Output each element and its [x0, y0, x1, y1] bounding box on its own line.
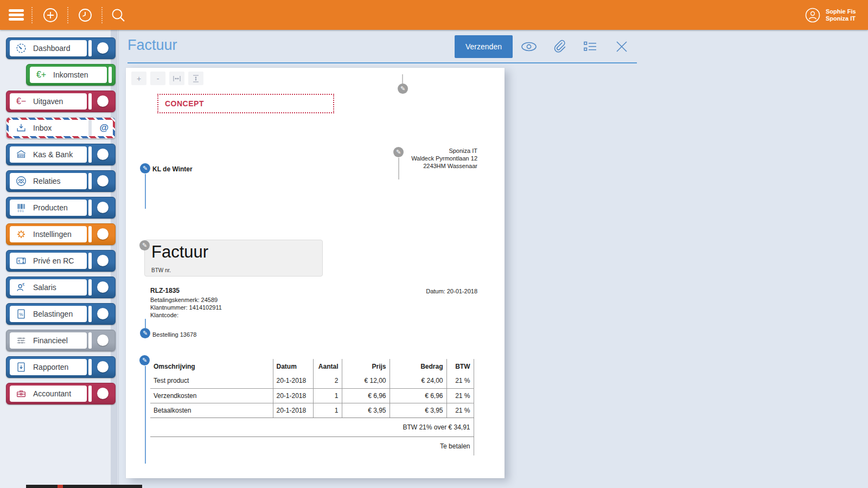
table-column-header: Prijs [342, 359, 390, 374]
sidebar-item-accountant[interactable]: Accountant [6, 383, 116, 404]
list-icon[interactable] [579, 36, 601, 57]
sidebar-item-label: Dashboard [33, 44, 71, 53]
sidebar-item-financieel[interactable]: Financieel [6, 330, 116, 351]
sidebar-item-label: Relaties [33, 177, 61, 185]
euro-minus-icon: €− [13, 97, 29, 106]
item-face: €−Uitgaven [10, 93, 87, 110]
toggle-knob[interactable] [97, 308, 108, 319]
toggle-knob[interactable] [97, 388, 108, 399]
table-cell: € 6,96 [390, 388, 446, 403]
table-row: Test product20-1-20182€ 12,00€ 24,0021 % [150, 374, 474, 388]
item-face: Rapporten [10, 359, 87, 375]
person-euro-icon: € [13, 281, 29, 293]
sidebar-item-rapporten[interactable]: Rapporten [6, 356, 116, 378]
sidebar-item-relaties[interactable]: Relaties [6, 170, 116, 192]
sidebar-item-label: Accountant [33, 389, 71, 398]
separator [67, 7, 68, 23]
barcode-icon: 0 0 1 [13, 202, 29, 214]
paperclip-icon[interactable] [548, 36, 570, 57]
table-column-header: Datum [273, 359, 313, 374]
toggle-knob[interactable] [97, 95, 108, 107]
toggle-knob[interactable] [97, 281, 108, 293]
sidebar-item-inbox[interactable]: Inbox@ [6, 117, 116, 139]
item-spine-bar [88, 306, 92, 322]
sidebar-item-dashboard[interactable]: Dashboard [6, 37, 116, 59]
fit-height-icon[interactable] [188, 72, 203, 85]
toggle-knob[interactable] [97, 202, 108, 213]
edit-pencil-icon[interactable]: ✎ [393, 147, 404, 157]
inbox-tray-icon [13, 122, 29, 134]
svg-text:BANK: BANK [18, 155, 24, 157]
document-download-icon [13, 361, 29, 373]
item-face: €Salaris [10, 279, 87, 296]
zoom-out-button[interactable]: - [150, 72, 165, 85]
fit-width-icon[interactable] [169, 72, 184, 85]
sidebar-item-salaris[interactable]: €Salaris [6, 277, 116, 298]
search-icon[interactable] [109, 0, 127, 30]
toggle-knob[interactable] [97, 335, 108, 346]
zoom-in-button[interactable]: + [131, 72, 146, 85]
table-column-header: Omschrijving [150, 359, 273, 374]
table-column-header: Bedrag [390, 359, 446, 374]
history-clock-icon[interactable] [76, 0, 94, 30]
item-spine-bar [88, 332, 92, 349]
send-button[interactable]: Verzenden [455, 35, 513, 58]
vat-total: BTW 21% over € 34,91 [150, 418, 474, 436]
invoice-date: Datum: 20-01-2018 [426, 288, 477, 294]
table-column-header: BTW [446, 359, 474, 374]
edit-pencil-icon[interactable]: ✎ [140, 328, 150, 338]
toggle-knob[interactable] [97, 255, 108, 266]
sidebar-item-instellingen[interactable]: Instellingen [6, 223, 116, 245]
edit-pencil-icon[interactable]: ✎ [139, 355, 150, 365]
to-pay-row: Te betalen [150, 436, 474, 455]
sidebar-item-label: Salaris [33, 283, 56, 292]
sidebar-item-label: Producten [33, 203, 68, 212]
item-face: %Belastingen [10, 306, 87, 322]
edit-pencil-icon[interactable]: ✎ [140, 163, 150, 174]
vat-total-row: BTW 21% over € 34,91 [150, 418, 474, 436]
hamburger-icon[interactable] [9, 0, 24, 30]
abacus-icon [13, 335, 29, 346]
payment-reference: Betalingskenmerk: 24589 [150, 296, 222, 304]
people-icon [13, 175, 29, 187]
item-spine-bar [88, 120, 92, 136]
item-spine-bar [88, 146, 92, 163]
table-cell: 21 % [446, 374, 474, 388]
page-title: Factuur [127, 37, 177, 54]
pin-line [145, 319, 146, 328]
table-cell: € 12,00 [342, 374, 390, 388]
toggle-knob[interactable] [97, 42, 108, 54]
item-spine-bar [88, 226, 92, 242]
toggle-knob[interactable] [97, 361, 108, 373]
table-cell: 20-1-2018 [273, 388, 313, 403]
edit-pencil-icon[interactable]: ✎ [139, 240, 150, 251]
close-icon[interactable] [611, 36, 633, 57]
item-face: Dashboard [10, 40, 87, 56]
sidebar-item-inkomsten[interactable]: €+Inkomsten [26, 64, 116, 86]
toggle-knob[interactable] [97, 149, 108, 160]
table-row: Verzendkosten20-1-20181€ 6,96€ 6,9621 % [150, 388, 474, 403]
item-face: €+Inkomsten [30, 67, 107, 83]
edit-pencil-icon[interactable]: ✎ [398, 84, 408, 94]
sidebar-item-uitgaven[interactable]: €−Uitgaven [6, 91, 116, 112]
pin-line [145, 174, 146, 209]
toggle-knob[interactable] [97, 175, 108, 187]
item-spine-bar [108, 67, 112, 83]
document-title-box: Factuur BTW nr. [144, 240, 323, 277]
item-face: Accountant [10, 386, 87, 402]
toggle-knob[interactable] [97, 228, 108, 240]
table-cell: 20-1-2018 [273, 403, 313, 418]
card-euro-icon: € [13, 255, 29, 267]
sidebar-item-kas-bank[interactable]: BANKKas & Bank [6, 144, 116, 165]
to-pay-label: Te betalen [150, 436, 474, 455]
document-percent-icon: % [13, 308, 29, 320]
item-face: Relaties [10, 173, 87, 189]
eye-icon[interactable] [518, 36, 540, 57]
sidebar-item-priv-en-rc[interactable]: €Privé en RC [6, 250, 116, 272]
sidebar-item-label: Instellingen [33, 230, 72, 239]
plus-circle-icon[interactable] [41, 0, 60, 30]
sidebar-item-producten[interactable]: 0 0 1Producten [6, 197, 116, 219]
user-menu[interactable]: Sophie Fis Sponiza IT [805, 0, 864, 30]
sidebar: Dashboard€+Inkomsten€−UitgavenInbox@BANK… [0, 30, 118, 488]
sidebar-item-belastingen[interactable]: %Belastingen [6, 303, 116, 325]
